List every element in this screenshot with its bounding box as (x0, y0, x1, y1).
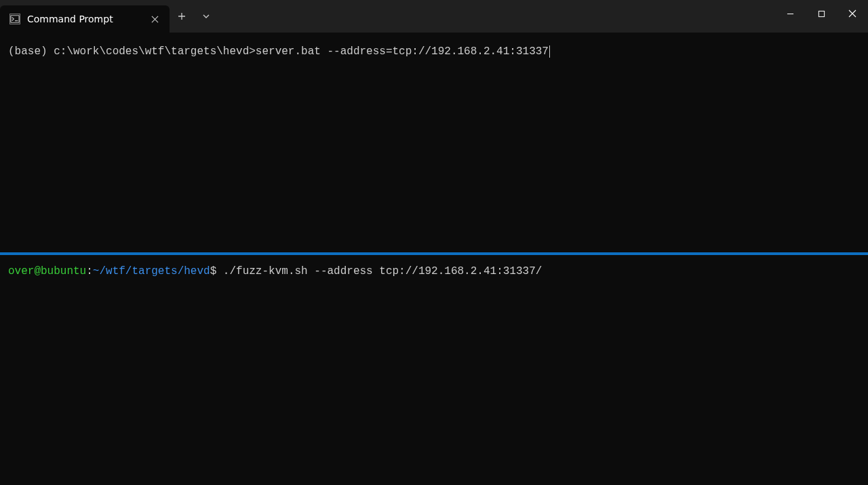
close-window-button[interactable] (837, 0, 868, 27)
terminal-icon (9, 14, 20, 24)
maximize-button[interactable] (806, 0, 837, 27)
svg-rect-1 (818, 11, 824, 16)
tab-dropdown-button[interactable] (194, 3, 218, 30)
bash-dollar: $ (210, 265, 223, 277)
cmd-command: server.bat --address=tcp://192.168.2.41:… (256, 45, 549, 58)
top-terminal-pane[interactable]: (base) c:\work\codes\wtf\targets\hevd>se… (0, 33, 868, 255)
titlebar-drag-area[interactable] (218, 0, 774, 33)
svg-rect-0 (11, 16, 19, 23)
bash-command: ./fuzz-kvm.sh --address tcp://192.168.2.… (223, 265, 542, 277)
bottom-terminal-pane[interactable]: over@bubuntu:~/wtf/targets/hevd$ ./fuzz-… (0, 255, 868, 485)
bash-cwd: ~/wtf/targets/hevd (93, 265, 210, 277)
terminal-panes: (base) c:\work\codes\wtf\targets\hevd>se… (0, 33, 868, 485)
minimize-button[interactable] (774, 0, 806, 27)
titlebar: Command Prompt (0, 0, 868, 33)
close-tab-button[interactable] (148, 12, 161, 26)
bash-user-host: over@bubuntu (8, 265, 86, 277)
window-controls (774, 0, 868, 33)
tab-title: Command Prompt (27, 14, 141, 24)
new-tab-button[interactable] (170, 3, 194, 30)
active-tab[interactable]: Command Prompt (0, 5, 170, 33)
cmd-prompt: (base) c:\work\codes\wtf\targets\hevd> (8, 45, 256, 58)
bash-colon: : (86, 265, 93, 277)
text-cursor (549, 45, 550, 58)
